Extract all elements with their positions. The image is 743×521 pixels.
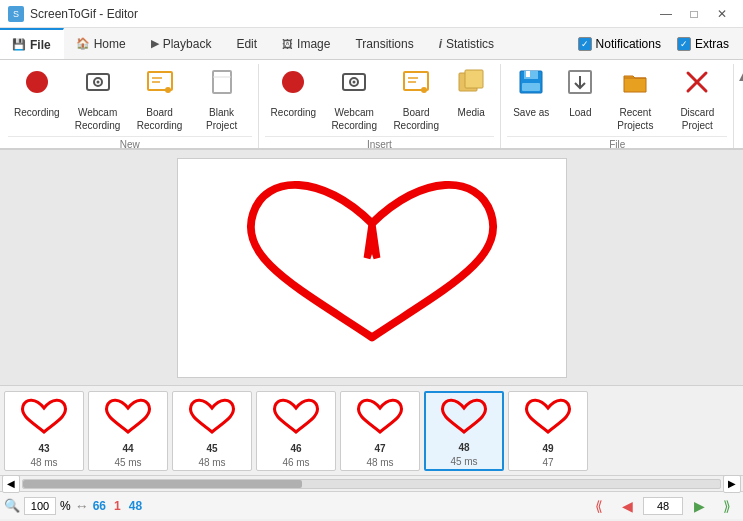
- notifications-toggle[interactable]: Notifications: [572, 35, 667, 53]
- media-button[interactable]: Media: [448, 64, 494, 121]
- zoom-section: 🔍 100 % ↔ 66 1 48: [4, 497, 142, 515]
- film-frame-45[interactable]: 45 48 ms: [172, 391, 252, 471]
- zoom-separator: ↔: [75, 498, 89, 514]
- board-recording-button[interactable]: Board Recording: [130, 64, 190, 134]
- scroll-right-button[interactable]: ▶: [723, 475, 741, 493]
- film-frame-48[interactable]: 48 45 ms: [424, 391, 504, 471]
- file-tab-icon: 💾: [12, 38, 26, 51]
- svg-rect-22: [526, 71, 530, 77]
- frame-46-canvas: [259, 392, 333, 442]
- zoom-percent-label: %: [60, 499, 71, 513]
- frame-49-canvas: [511, 392, 585, 442]
- file-group-items: Save as Load: [507, 64, 727, 136]
- film-frame-47[interactable]: 47 48 ms: [340, 391, 420, 471]
- home-tab-icon: 🏠: [76, 37, 90, 50]
- titlebar: S ScreenToGif - Editor — □ ✕: [0, 0, 743, 28]
- frame-48-info: 48 45 ms: [450, 441, 477, 469]
- frame-46-num: 46: [282, 442, 309, 456]
- extras-checkbox[interactable]: [677, 37, 691, 51]
- frame-47-info: 47 48 ms: [366, 442, 393, 470]
- insert-board-label: Board Recording: [392, 106, 440, 132]
- ribbon: Recording Webcam Recording: [0, 60, 743, 150]
- media-icon: [457, 68, 485, 104]
- file-group-label: File: [507, 136, 727, 153]
- ribbon-group-file: Save as Load: [503, 64, 734, 148]
- frame-46-info: 46 46 ms: [282, 442, 309, 470]
- blank-project-label: Blank Project: [198, 106, 246, 132]
- insert-webcam-button[interactable]: Webcam Recording: [324, 64, 384, 134]
- close-button[interactable]: ✕: [709, 4, 735, 24]
- save-as-button[interactable]: Save as: [507, 64, 555, 121]
- extras-toggle[interactable]: Extras: [671, 35, 735, 53]
- minimize-button[interactable]: —: [653, 4, 679, 24]
- tab-transitions[interactable]: Transitions: [343, 28, 426, 59]
- recent-projects-button[interactable]: Recent Projects: [605, 64, 665, 134]
- insert-recording-label: Recording: [271, 106, 317, 119]
- recent-projects-label: Recent Projects: [611, 106, 659, 132]
- frame-counter: 48: [643, 497, 683, 515]
- insert-board-button[interactable]: Board Recording: [386, 64, 446, 134]
- notifications-label: Notifications: [596, 37, 661, 51]
- discard-project-button[interactable]: Discard Project: [667, 64, 727, 134]
- tab-home[interactable]: 🏠 Home: [64, 28, 139, 59]
- recording-icon: [23, 68, 51, 104]
- tab-image[interactable]: 🖼 Image: [270, 28, 343, 59]
- scroll-left-button[interactable]: ◀: [2, 475, 20, 493]
- film-frame-46[interactable]: 46 46 ms: [256, 391, 336, 471]
- tab-statistics[interactable]: i Statistics: [427, 28, 507, 59]
- frame-44-num: 44: [114, 442, 141, 456]
- frame-43-num: 43: [30, 442, 57, 456]
- save-as-label: Save as: [513, 106, 549, 119]
- nav-next-button[interactable]: ▶: [687, 496, 711, 516]
- frame-45-canvas: [175, 392, 249, 442]
- frame-43-ms: 48 ms: [30, 456, 57, 470]
- insert-webcam-icon: [340, 68, 368, 104]
- zoom-input[interactable]: 100: [24, 497, 56, 515]
- webcam-recording-label: Webcam Recording: [74, 106, 122, 132]
- frame-44-info: 44 45 ms: [114, 442, 141, 470]
- frame-48-num: 48: [450, 441, 477, 455]
- frame-44-ms: 45 ms: [114, 456, 141, 470]
- save-as-icon: [517, 68, 545, 104]
- webcam-recording-button[interactable]: Webcam Recording: [68, 64, 128, 134]
- svg-point-10: [282, 71, 304, 93]
- blank-project-button[interactable]: Blank Project: [192, 64, 252, 134]
- nav-prev-far-button[interactable]: ⟪: [587, 496, 611, 516]
- main-canvas-svg: [178, 159, 566, 377]
- filmstrip-scrollbar: ◀ ▶: [0, 475, 743, 491]
- image-tab-icon: 🖼: [282, 38, 293, 50]
- insert-recording-button[interactable]: Recording: [265, 64, 323, 121]
- navigation-buttons: ⟪ ◀ 48 ▶ ⟫: [587, 496, 739, 516]
- frame-43-canvas: [7, 392, 81, 442]
- menubar-right: Notifications Extras: [572, 28, 743, 59]
- svg-rect-8: [213, 71, 231, 93]
- scrollbar-thumb[interactable]: [23, 480, 302, 488]
- film-frame-44[interactable]: 44 45 ms: [88, 391, 168, 471]
- notifications-checkbox[interactable]: [578, 37, 592, 51]
- tab-statistics-label: Statistics: [446, 37, 494, 51]
- nav-next-far-button[interactable]: ⟫: [715, 496, 739, 516]
- discard-project-label: Discard Project: [673, 106, 721, 132]
- frame-49-num: 49: [542, 442, 553, 456]
- load-button[interactable]: Load: [557, 64, 603, 121]
- frame-45-ms: 48 ms: [198, 456, 225, 470]
- webcam-icon: [84, 68, 112, 104]
- recent-projects-icon: [621, 68, 649, 104]
- frame-48-canvas: [427, 393, 501, 441]
- ribbon-collapse-button[interactable]: ▲: [736, 64, 743, 148]
- ribbon-group-insert: Recording Webcam Recording: [261, 64, 502, 148]
- nav-prev-button[interactable]: ◀: [615, 496, 639, 516]
- recording-button[interactable]: Recording: [8, 64, 66, 121]
- recording-label: Recording: [14, 106, 60, 119]
- frame-counter-value: 48: [657, 500, 669, 512]
- frame-44-canvas: [91, 392, 165, 442]
- tab-edit[interactable]: Edit: [224, 28, 270, 59]
- film-frame-49[interactable]: 49 47: [508, 391, 588, 471]
- tab-file[interactable]: 💾 File: [0, 28, 64, 59]
- tab-playback[interactable]: ▶ Playback: [139, 28, 225, 59]
- svg-rect-19: [465, 70, 483, 88]
- maximize-button[interactable]: □: [681, 4, 707, 24]
- app-title: ScreenToGif - Editor: [30, 7, 138, 21]
- scrollbar-track[interactable]: [22, 479, 721, 489]
- film-frame-43[interactable]: 43 48 ms: [4, 391, 84, 471]
